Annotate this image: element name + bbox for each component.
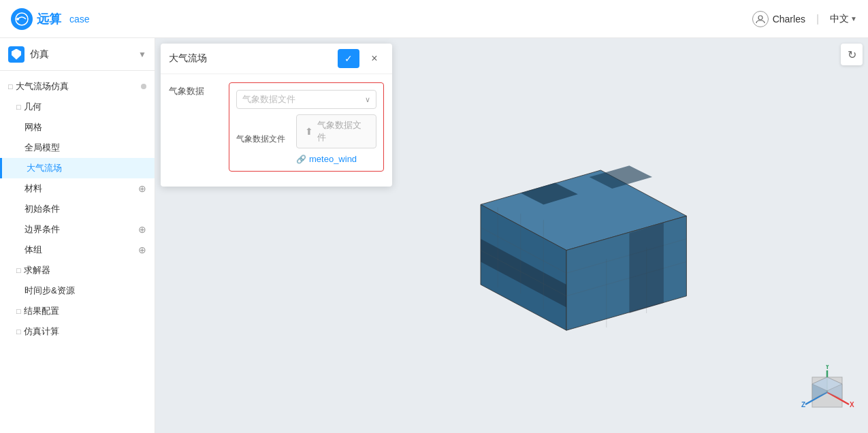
sidebar-item-body-group[interactable]: 体组 ⊕	[0, 240, 155, 260]
sidebar-item-time-step[interactable]: 时间步&资源	[0, 280, 155, 301]
sidebar-item-initial-cond[interactable]: 初始条件	[0, 199, 155, 219]
sidebar-item-label: 全局模型	[25, 142, 60, 154]
panel-close-button[interactable]: ×	[365, 49, 384, 68]
sidebar-item-label: 几何	[24, 101, 42, 113]
sidebar-item-label: 时间步&资源	[25, 285, 75, 297]
refresh-button[interactable]: ↻	[841, 44, 863, 65]
sidebar-item-atm-flow[interactable]: 大气流场	[0, 158, 155, 178]
file-name: meteo_wind	[309, 154, 357, 164]
sidebar-item-label: 仿真计算	[24, 325, 59, 338]
axes-widget: X Y Z	[800, 365, 854, 419]
sidebar: 仿真 ▼ □ 大气流场仿真 □ 几何 网格 全局模型	[0, 38, 155, 433]
sidebar-nav: □ 大气流场仿真 □ 几何 网格 全局模型 大气流场	[0, 71, 155, 433]
refresh-icon: ↻	[848, 48, 856, 61]
sidebar-shield-icon	[8, 46, 25, 63]
panel-header: 大气流场 ✓ ×	[161, 44, 392, 74]
expand-icon: □	[16, 307, 21, 315]
upload-icon: ⬆	[305, 126, 313, 137]
svg-point-1	[16, 18, 19, 20]
sidebar-item-atmospheric-sim[interactable]: □ 大气流场仿真	[0, 76, 155, 97]
svg-text:Y: Y	[825, 365, 830, 370]
sidebar-item-boundary-cond[interactable]: 边界条件 ⊕	[0, 219, 155, 240]
expand-icon: □	[8, 82, 13, 91]
atm-flow-panel: 大气流场 ✓ × 气象数据 气象数据文件	[161, 44, 392, 187]
close-x-icon: ×	[371, 52, 377, 65]
upload-label: 气象数据文件	[317, 119, 368, 144]
sidebar-item-label: 初始条件	[25, 203, 60, 215]
user-avatar-icon	[752, 11, 769, 27]
link-icon: 🔗	[296, 155, 306, 164]
sidebar-item-label: 求解器	[24, 264, 50, 276]
add-material-icon[interactable]: ⊕	[138, 183, 146, 194]
meteo-file-control: ⬆ 气象数据文件 🔗 meteo_wind	[296, 114, 376, 164]
add-boundary-icon[interactable]: ⊕	[138, 224, 146, 235]
expand-icon: □	[16, 266, 21, 274]
sidebar-item-global-model[interactable]: 全局模型	[0, 138, 155, 158]
header-divider: |	[816, 13, 819, 25]
sidebar-item-label: 材料	[25, 182, 42, 195]
lang-label: 中文	[830, 13, 849, 25]
svg-text:X: X	[850, 401, 854, 408]
sidebar-item-label: 大气流场仿真	[16, 80, 69, 93]
sidebar-item-label: 体组	[25, 244, 42, 256]
svg-text:Z: Z	[801, 401, 805, 408]
expand-icon: □	[16, 103, 21, 111]
logo-icon	[11, 8, 33, 30]
meteo-file-label: 气象数据文件	[236, 133, 291, 145]
meteo-data-row: 气象数据 气象数据文件 ∨ 气象数据文件	[169, 82, 384, 172]
header: 远算 case Charles | 中文 ▼	[0, 0, 868, 38]
logo-text: 远算	[37, 11, 61, 27]
user-name: Charles	[773, 14, 805, 25]
dropdown-value: 气象数据文件	[242, 93, 295, 106]
header-right: Charles | 中文 ▼	[752, 11, 857, 27]
sidebar-item-solver[interactable]: □ 求解器	[0, 260, 155, 280]
sidebar-item-result-config[interactable]: □ 结果配置	[0, 301, 155, 321]
sidebar-item-label: 大气流场	[27, 162, 62, 174]
user-section[interactable]: Charles	[752, 11, 805, 27]
sidebar-item-label: 网格	[25, 121, 42, 133]
lang-selector[interactable]: 中文 ▼	[830, 13, 857, 25]
meteo-data-dropdown[interactable]: 气象数据文件 ∨	[236, 90, 376, 109]
meteo-data-label: 气象数据	[169, 82, 223, 97]
upload-meteo-button[interactable]: ⬆ 气象数据文件	[296, 114, 376, 148]
viewport: 大气流场 ✓ × 气象数据 气象数据文件	[155, 38, 868, 433]
expand-icon: □	[16, 327, 21, 336]
sidebar-item-mesh[interactable]: 网格	[0, 117, 155, 138]
svg-marker-18	[629, 223, 663, 313]
main-content: 仿真 ▼ □ 大气流场仿真 □ 几何 网格 全局模型	[0, 38, 868, 433]
confirm-check-icon: ✓	[344, 53, 353, 64]
3d-model-view	[423, 154, 709, 358]
header-left: 远算 case	[11, 8, 90, 30]
meteo-data-control: 气象数据文件 ∨ 气象数据文件 ⬆ 气象数据文件	[229, 82, 384, 172]
sidebar-collapse-icon[interactable]: ▼	[138, 50, 146, 59]
panel-title: 大气流场	[169, 52, 332, 65]
svg-point-2	[758, 16, 762, 20]
sidebar-item-label: 边界条件	[25, 223, 60, 236]
status-dot	[141, 84, 146, 89]
lang-chevron-icon: ▼	[850, 15, 857, 22]
panel-confirm-button[interactable]: ✓	[338, 49, 359, 68]
sidebar-title: 仿真	[30, 48, 133, 61]
sidebar-header: 仿真 ▼	[0, 38, 155, 71]
logo: 远算	[11, 8, 61, 30]
sidebar-item-sim-calc[interactable]: □ 仿真计算	[0, 321, 155, 342]
sidebar-item-material[interactable]: 材料 ⊕	[0, 178, 155, 199]
panel-body: 气象数据 气象数据文件 ∨ 气象数据文件	[161, 74, 392, 187]
add-body-group-icon[interactable]: ⊕	[138, 244, 146, 255]
sidebar-item-label: 结果配置	[24, 305, 59, 317]
dropdown-chevron-icon: ∨	[365, 95, 370, 104]
sidebar-item-geometry[interactable]: □ 几何	[0, 97, 155, 117]
meteo-sub-panel: 气象数据文件 ∨ 气象数据文件 ⬆ 气象数据文件	[229, 82, 384, 172]
file-link[interactable]: 🔗 meteo_wind	[296, 154, 376, 164]
case-label[interactable]: case	[69, 14, 90, 25]
meteo-file-row: 气象数据文件 ⬆ 气象数据文件 🔗 meteo_wind	[236, 114, 376, 164]
